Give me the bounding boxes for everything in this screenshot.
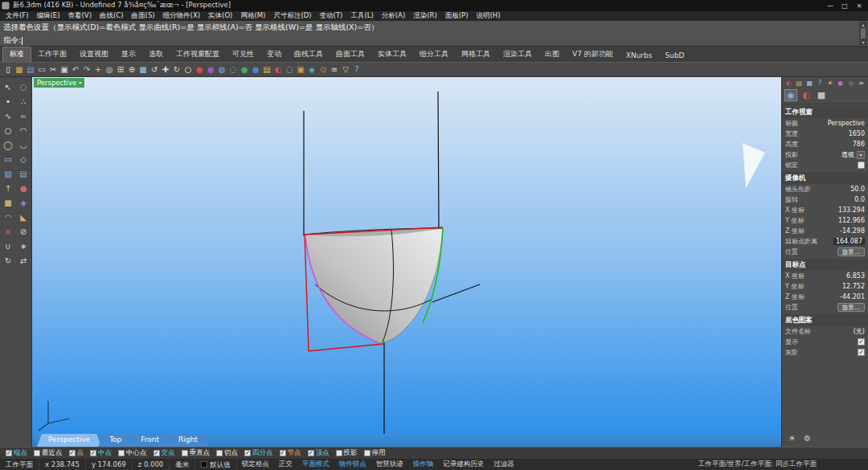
- target-z-value[interactable]: -44.201: [840, 293, 865, 300]
- surface-tool-icon[interactable]: ▧: [1, 167, 15, 180]
- viewport-title-value[interactable]: Perspective: [828, 120, 865, 127]
- sphere-tool-icon[interactable]: ●: [16, 182, 31, 194]
- status-toggle[interactable]: 记录建构历史: [438, 460, 489, 468]
- lights-tab-icon[interactable]: ☀: [826, 79, 835, 88]
- freeform-curve-icon[interactable]: ≈: [16, 109, 31, 122]
- trim-tool-icon[interactable]: ×: [1, 225, 15, 238]
- box-tool-icon[interactable]: ■: [1, 196, 15, 209]
- osnap-toggle[interactable]: ✓ 交点: [154, 448, 175, 458]
- pan-icon[interactable]: +: [92, 63, 104, 76]
- layers-tab-icon[interactable]: ▤: [795, 79, 804, 88]
- lock-checkbox[interactable]: [858, 161, 865, 169]
- ribbon-tab[interactable]: 曲面工具: [330, 47, 371, 62]
- object-properties-icon[interactable]: ◐: [272, 63, 284, 76]
- environment-tab-icon[interactable]: ◎: [846, 79, 855, 88]
- new-file-icon[interactable]: ▯: [2, 63, 14, 76]
- filter-icon[interactable]: ▽: [340, 63, 351, 76]
- chamfer-tool-icon[interactable]: ◣: [16, 210, 31, 223]
- ribbon-tab[interactable]: 选取: [142, 47, 170, 62]
- status-toggle[interactable]: 锁定格点: [237, 460, 274, 468]
- gumball-icon[interactable]: ⊙: [317, 63, 329, 76]
- osnap-toggle[interactable]: 停用: [364, 448, 386, 458]
- menu-item[interactable]: 工具(L): [346, 11, 377, 21]
- move-icon[interactable]: ✚: [160, 63, 171, 76]
- select-tool-icon[interactable]: ↖: [1, 80, 15, 93]
- lock-objects-icon[interactable]: ▣: [295, 63, 306, 76]
- rotate-view-icon[interactable]: ↻: [171, 63, 182, 76]
- arc-tool-icon[interactable]: ◠: [16, 124, 31, 137]
- explode-tool-icon[interactable]: ∗: [16, 239, 31, 252]
- menu-item[interactable]: 文件(F): [2, 11, 33, 21]
- undo-icon[interactable]: ↶: [70, 63, 81, 76]
- selection-filter-icon[interactable]: ◌: [16, 80, 31, 93]
- show-wallpaper-checkbox[interactable]: ✓: [858, 338, 865, 345]
- record-history-icon[interactable]: ≡: [329, 63, 340, 76]
- target-distance-value[interactable]: 164.087: [833, 238, 865, 245]
- open-file-icon[interactable]: ▦: [14, 63, 25, 76]
- loft-tool-icon[interactable]: ▤: [16, 167, 31, 180]
- viewport-canvas[interactable]: Perspective ▾: [32, 77, 781, 434]
- group-icon[interactable]: ◈: [306, 63, 317, 76]
- extrude-tool-icon[interactable]: ↑: [1, 182, 15, 194]
- redo-icon[interactable]: ↷: [81, 63, 92, 76]
- ribbon-tab[interactable]: 工作视窗配置: [170, 47, 226, 62]
- grayscale-checkbox[interactable]: ✓: [858, 349, 865, 356]
- osnap-toggle[interactable]: ✓ 顶点: [308, 448, 330, 458]
- ellipse-tool-icon[interactable]: ◯: [1, 138, 15, 151]
- polygon-tool-icon[interactable]: ◇: [16, 153, 31, 166]
- mirror-tool-icon[interactable]: ⇄: [16, 254, 31, 267]
- scroll-down-icon[interactable]: ▾: [862, 39, 864, 45]
- viewport-render[interactable]: [32, 77, 781, 434]
- osnap-toggle[interactable]: ✓ 四分点: [244, 448, 273, 458]
- raytraced-mode-icon[interactable]: ●: [239, 63, 250, 76]
- ribbon-tab[interactable]: 渲染工具: [497, 47, 538, 62]
- cplane-button[interactable]: 工作平面: [0, 459, 39, 470]
- camera-x-value[interactable]: 133.294: [838, 206, 865, 214]
- wireframe-mode-icon[interactable]: ○: [182, 63, 194, 76]
- ribbon-tab[interactable]: SubD: [658, 50, 690, 62]
- hide-objects-icon[interactable]: ◌: [284, 63, 295, 76]
- render-settings-icon[interactable]: ■: [815, 89, 828, 101]
- join-tool-icon[interactable]: ∪: [1, 239, 15, 252]
- viewport-tab[interactable]: Front: [129, 434, 170, 447]
- viewport-tab[interactable]: Top: [98, 434, 133, 447]
- polyline-tool-icon[interactable]: ∿: [1, 109, 15, 122]
- wallpaper-filename-value[interactable]: (无): [854, 327, 865, 336]
- point-cloud-icon[interactable]: ∴: [16, 95, 31, 108]
- light-icon[interactable]: ☀: [787, 433, 797, 443]
- print-icon[interactable]: ▭: [36, 63, 47, 76]
- osnap-toggle[interactable]: ✓ 点: [69, 448, 84, 458]
- camera-z-value[interactable]: -14.298: [840, 227, 865, 235]
- ribbon-tab[interactable]: XNurbs: [620, 50, 659, 62]
- zoom-window-icon[interactable]: ⊞: [115, 63, 126, 76]
- menu-item[interactable]: 曲线(C): [96, 11, 128, 21]
- ribbon-tab[interactable]: 标准: [2, 47, 31, 62]
- status-toggle[interactable]: 平面模式: [297, 460, 334, 468]
- status-toggle[interactable]: 过滤器: [489, 460, 519, 468]
- boolean-tool-icon[interactable]: ◈: [16, 196, 31, 209]
- save-icon[interactable]: ▤: [25, 63, 36, 76]
- rotation-value[interactable]: 0.0: [854, 196, 865, 203]
- ribbon-tab[interactable]: 实体工具: [371, 47, 413, 62]
- osnap-toggle[interactable]: 最近点: [34, 448, 63, 458]
- ribbon-tab[interactable]: V7 的新功能: [566, 47, 620, 62]
- viewport-tab[interactable]: Perspective: [37, 434, 101, 447]
- menu-item[interactable]: 编辑(E): [33, 11, 64, 21]
- ribbon-tab[interactable]: 曲线工具: [288, 47, 330, 62]
- rectangle-tool-icon[interactable]: ▭: [1, 153, 15, 166]
- scrollbar-thumb[interactable]: [861, 28, 866, 39]
- maximize-button[interactable]: □: [837, 1, 852, 11]
- osnap-toggle[interactable]: 投影: [336, 448, 358, 458]
- menu-item[interactable]: 网格(M): [236, 11, 269, 21]
- zoom-dynamic-icon[interactable]: ◎: [104, 63, 115, 76]
- ribbon-tab[interactable]: 工作平面: [31, 47, 73, 62]
- minimize-button[interactable]: —: [823, 1, 837, 11]
- materials-tab-icon[interactable]: ●: [836, 79, 845, 88]
- display-tab-icon[interactable]: ▦: [805, 79, 814, 88]
- osnap-toggle[interactable]: ✓ 节点: [280, 448, 301, 458]
- status-toggle[interactable]: 正交: [274, 460, 297, 468]
- projection-dropdown[interactable]: ▾: [857, 151, 865, 159]
- display-mode-icon[interactable]: ◐: [800, 89, 813, 101]
- osnap-toggle[interactable]: 切点: [216, 448, 238, 458]
- status-toggle[interactable]: 智慧轨迹: [371, 460, 408, 468]
